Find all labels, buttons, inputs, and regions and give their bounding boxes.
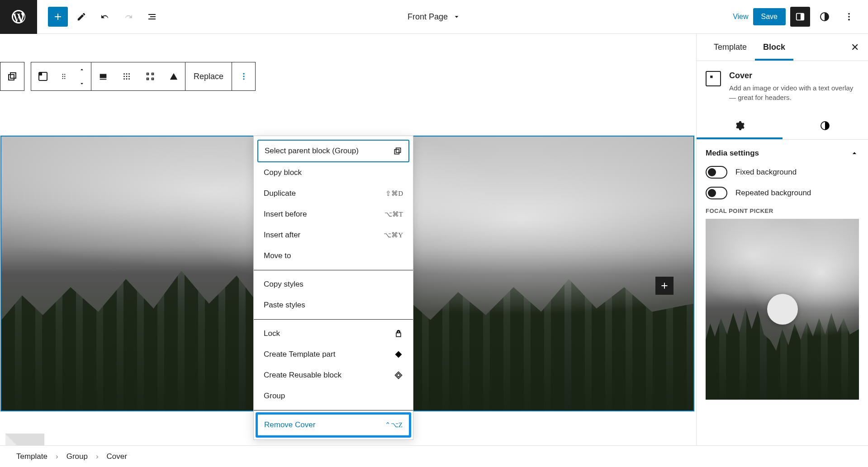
menu-copy-block[interactable]: Copy block xyxy=(257,162,409,183)
svg-rect-16 xyxy=(100,74,106,78)
menu-insert-before[interactable]: Insert before⌥⌘T xyxy=(257,204,409,225)
chevron-right-icon: › xyxy=(56,452,58,461)
undo-button[interactable] xyxy=(95,7,115,27)
svg-rect-32 xyxy=(710,75,712,78)
close-sidebar-button[interactable]: ✕ xyxy=(851,42,859,53)
save-button[interactable]: Save xyxy=(753,8,786,25)
svg-point-29 xyxy=(243,78,244,80)
document-title[interactable]: Front Page xyxy=(408,12,460,22)
add-block-button[interactable] xyxy=(48,7,68,27)
svg-point-28 xyxy=(243,75,244,77)
add-inner-block-button[interactable] xyxy=(655,277,674,295)
svg-point-5 xyxy=(848,19,850,21)
svg-point-25 xyxy=(126,78,127,80)
svg-point-20 xyxy=(128,73,130,75)
drag-handle[interactable] xyxy=(55,62,73,90)
fixed-background-toggle[interactable] xyxy=(706,166,727,179)
svg-point-21 xyxy=(123,76,125,77)
list-view-button[interactable] xyxy=(142,7,162,27)
media-settings-panel: Media settings Fixed background Repeated… xyxy=(697,140,868,409)
menu-move-to[interactable]: Move to xyxy=(257,245,409,266)
focal-point-picker[interactable] xyxy=(706,219,859,400)
view-link[interactable]: View xyxy=(733,13,748,21)
contrast-icon xyxy=(820,120,830,131)
block-toolbar: Replace xyxy=(0,62,256,91)
select-parent-button[interactable] xyxy=(0,62,24,90)
media-settings-toggle[interactable]: Media settings xyxy=(706,149,859,158)
breadcrumb-item[interactable]: Template xyxy=(16,452,47,461)
breadcrumb-item[interactable]: Group xyxy=(66,452,88,461)
svg-point-4 xyxy=(848,16,850,18)
replace-media-button[interactable]: Replace xyxy=(185,62,232,90)
svg-point-24 xyxy=(123,78,125,80)
svg-rect-7 xyxy=(10,73,16,78)
block-type-button[interactable] xyxy=(31,62,55,90)
duotone-button[interactable] xyxy=(162,62,185,90)
wordpress-logo[interactable] xyxy=(0,0,37,34)
gear-icon xyxy=(734,120,745,131)
svg-point-22 xyxy=(126,76,127,77)
block-breadcrumb: Template › Group › Cover xyxy=(0,445,868,467)
svg-rect-6 xyxy=(9,75,14,80)
menu-insert-after[interactable]: Insert after⌥⌘Y xyxy=(257,225,409,245)
menu-paste-styles[interactable]: Paste styles xyxy=(257,295,409,316)
diamond-outline-icon xyxy=(394,371,403,380)
menu-remove-cover[interactable]: Remove Cover⌃⌥Z xyxy=(256,412,411,438)
chevron-right-icon: › xyxy=(96,452,99,461)
svg-point-3 xyxy=(848,13,850,15)
tab-block[interactable]: Block xyxy=(755,34,793,61)
svg-rect-1 xyxy=(801,14,804,20)
svg-point-13 xyxy=(64,76,65,77)
breadcrumb-item[interactable]: Cover xyxy=(107,452,127,461)
tab-template[interactable]: Template xyxy=(706,34,755,61)
svg-point-23 xyxy=(128,76,130,77)
block-options-button[interactable] xyxy=(232,62,255,90)
move-down-button[interactable] xyxy=(73,76,91,90)
fullheight-button[interactable] xyxy=(138,62,162,90)
svg-rect-30 xyxy=(394,150,399,154)
settings-subtabs xyxy=(697,112,868,140)
top-bar: Front Page View Save xyxy=(0,0,868,34)
svg-point-12 xyxy=(62,76,63,77)
menu-select-parent[interactable]: Select parent block (Group) xyxy=(257,140,409,162)
menu-create-reusable[interactable]: Create Reusable block xyxy=(257,365,409,386)
edit-mode-button[interactable] xyxy=(71,7,91,27)
settings-sidebar: Template Block ✕ Cover Add an image or v… xyxy=(696,34,868,467)
fixed-background-label: Fixed background xyxy=(735,168,797,177)
svg-point-10 xyxy=(62,74,63,75)
align-button[interactable] xyxy=(91,62,115,90)
move-up-button[interactable] xyxy=(73,62,91,76)
svg-point-19 xyxy=(126,73,127,75)
redo-button[interactable] xyxy=(119,7,138,27)
topbar-tools xyxy=(37,7,162,27)
focal-point-label: FOCAL POINT PICKER xyxy=(706,208,859,214)
group-icon xyxy=(393,146,402,156)
content-position-button[interactable] xyxy=(115,62,138,90)
svg-rect-17 xyxy=(100,79,106,80)
diamond-icon xyxy=(394,350,403,359)
main-layout: Replace Select parent block (Group) Copy… xyxy=(0,34,868,467)
subtab-styles[interactable] xyxy=(783,112,868,139)
subtab-settings[interactable] xyxy=(697,112,783,139)
sidebar-toggle-button[interactable] xyxy=(790,7,810,27)
move-up-down[interactable] xyxy=(73,62,91,90)
svg-point-18 xyxy=(123,73,125,75)
menu-duplicate[interactable]: Duplicate⇧⌘D xyxy=(257,183,409,204)
block-description: Add an image or video with a text overla… xyxy=(729,83,859,102)
menu-create-template[interactable]: Create Template part xyxy=(257,344,409,365)
menu-lock[interactable]: Lock xyxy=(257,323,409,344)
svg-rect-9 xyxy=(39,72,42,75)
focal-point-handle[interactable] xyxy=(767,294,798,325)
menu-group[interactable]: Group xyxy=(257,386,409,406)
more-options-button[interactable] xyxy=(839,7,859,27)
sidebar-tabs: Template Block ✕ xyxy=(697,34,868,61)
menu-copy-styles[interactable]: Copy styles xyxy=(257,274,409,295)
svg-rect-31 xyxy=(396,148,401,152)
cover-block-icon xyxy=(706,71,721,86)
svg-point-27 xyxy=(243,73,244,75)
svg-point-26 xyxy=(128,78,130,80)
editor-canvas: Replace Select parent block (Group) Copy… xyxy=(0,34,696,467)
repeated-background-toggle[interactable] xyxy=(706,187,727,199)
styles-button[interactable] xyxy=(815,7,835,27)
repeated-background-label: Repeated background xyxy=(735,189,811,198)
